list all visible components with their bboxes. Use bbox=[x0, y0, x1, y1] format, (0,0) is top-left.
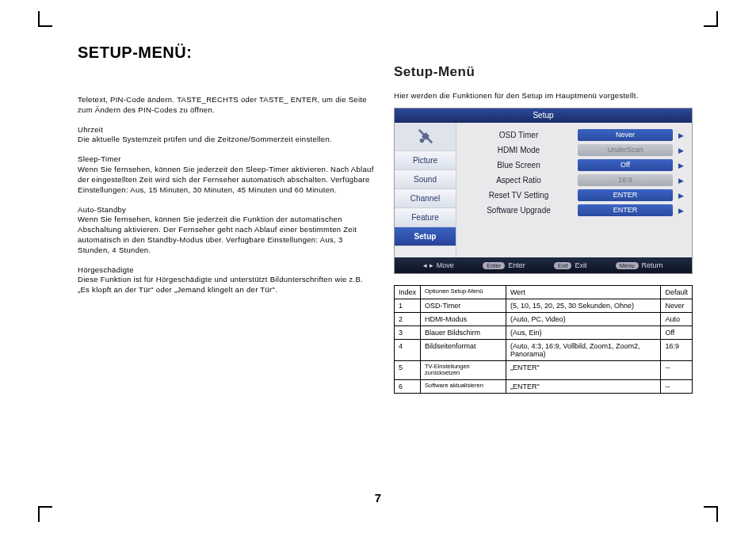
table-row: 6Software aktualisieren„ENTER"-- bbox=[395, 379, 693, 393]
chevron-right-icon: ▶ bbox=[678, 131, 684, 139]
osd-title: Setup bbox=[395, 109, 692, 123]
table-row: 2HDMI-Modus(Auto, PC, Video)Auto bbox=[395, 313, 693, 326]
osd-row-label: Reset TV Setting bbox=[464, 191, 573, 200]
section-title: Setup-Menü bbox=[394, 64, 693, 80]
page-title: SETUP-MENÜ: bbox=[78, 44, 376, 62]
col-index: Index bbox=[395, 286, 421, 299]
cell-value: (5, 10, 15, 20, 25, 30 Sekunden, Ohne) bbox=[506, 299, 660, 313]
cell-index: 2 bbox=[395, 313, 421, 326]
osd-options: OSD TimerNever▶HDMI ModeUnderScan▶Blue S… bbox=[456, 123, 692, 257]
osd-row[interactable]: HDMI ModeUnderScan▶ bbox=[464, 143, 684, 158]
right-column: Setup-Menü Hier werden die Funktionen fü… bbox=[394, 44, 693, 485]
tools-icon bbox=[395, 123, 456, 151]
osd-row-value: ENTER bbox=[578, 189, 673, 201]
page-number: 7 bbox=[0, 491, 756, 504]
section-heading: Auto-Standby bbox=[78, 205, 126, 214]
cell-value: (Auto, PC, Video) bbox=[506, 313, 660, 326]
cell-option: Software aktualisieren bbox=[421, 379, 506, 393]
hint-exit: Exit Exit bbox=[554, 261, 587, 269]
osd-row[interactable]: Aspect Ratio16:9▶ bbox=[464, 173, 684, 188]
body-text: Uhrzeit Die aktuelle Systemzeit prüfen u… bbox=[78, 125, 376, 146]
cell-default: Off bbox=[661, 326, 693, 340]
section-body: Diese Funktion ist für Hörgeschädigte un… bbox=[78, 275, 363, 294]
tab-sound[interactable]: Sound bbox=[395, 170, 456, 189]
cell-default: Auto bbox=[661, 313, 693, 326]
osd-row-label: HDMI Mode bbox=[464, 146, 573, 154]
cell-index: 5 bbox=[395, 361, 421, 380]
osd-row-value: ENTER bbox=[578, 204, 673, 216]
chevron-right-icon: ▶ bbox=[678, 177, 684, 185]
body-text: Hörgeschädigte Diese Funktion ist für Hö… bbox=[78, 265, 376, 295]
osd-screenshot: Setup Picture Sound Channel Feature Setu… bbox=[394, 108, 693, 274]
cell-option: HDMI-Modus bbox=[421, 313, 506, 326]
chevron-right-icon: ▶ bbox=[678, 192, 684, 200]
col-value: Wert bbox=[506, 286, 660, 299]
body-text: Sleep-Timer Wenn Sie fernsehen, können S… bbox=[78, 154, 376, 195]
col-option: Optionen Setup-Menü bbox=[421, 286, 506, 299]
left-column: SETUP-MENÜ: Teletext, PIN-Code ändern. T… bbox=[78, 44, 376, 485]
crop-mark bbox=[24, 11, 46, 33]
osd-row-value: Never bbox=[578, 129, 673, 141]
cell-value: (Auto, 4:3, 16:9, Vollbild, Zoom1, Zoom2… bbox=[506, 340, 660, 361]
osd-row[interactable]: Reset TV SettingENTER▶ bbox=[464, 188, 684, 203]
section-body: Die aktuelle Systemzeit prüfen und die Z… bbox=[78, 135, 332, 143]
crop-mark bbox=[710, 11, 732, 33]
osd-row-value: UnderScan bbox=[578, 144, 673, 156]
tab-channel[interactable]: Channel bbox=[395, 189, 456, 208]
cell-value: „ENTER" bbox=[506, 361, 660, 380]
arrows-icon: ◂ ▸ bbox=[423, 261, 433, 269]
body-text: Auto-Standby Wenn Sie fernsehen, können … bbox=[78, 205, 376, 256]
osd-row[interactable]: Blue ScreenOff▶ bbox=[464, 158, 684, 173]
cell-option: Bildseitenformat bbox=[421, 340, 506, 361]
tab-feature[interactable]: Feature bbox=[395, 208, 456, 227]
cell-option: OSD-Timer bbox=[421, 299, 506, 313]
tab-picture[interactable]: Picture bbox=[395, 151, 456, 170]
chevron-right-icon: ▶ bbox=[678, 147, 684, 154]
cell-index: 6 bbox=[395, 379, 421, 393]
col-default: Default bbox=[661, 286, 693, 299]
section-heading: Hörgeschädigte bbox=[78, 265, 134, 274]
chevron-right-icon: ▶ bbox=[678, 207, 684, 215]
hint-return: Menu Return bbox=[616, 261, 663, 269]
hint-move: ◂ ▸ Move bbox=[423, 261, 454, 269]
cell-default: Never bbox=[661, 299, 693, 313]
cell-index: 1 bbox=[395, 299, 421, 313]
intro-text: Hier werden die Funktionen für den Setup… bbox=[394, 91, 693, 100]
cell-default: -- bbox=[661, 361, 693, 380]
osd-row-label: Blue Screen bbox=[464, 161, 573, 169]
cell-value: (Aus, Ein) bbox=[506, 326, 660, 340]
cell-option: TV-Einstellungen zurücksetzen bbox=[421, 361, 506, 380]
body-text: Teletext, PIN-Code ändern. TASTE_RECHTS … bbox=[78, 95, 376, 116]
table-row: 1OSD-Timer(5, 10, 15, 20, 25, 30 Sekunde… bbox=[395, 299, 693, 313]
osd-row-label: OSD Timer bbox=[464, 131, 573, 139]
options-table: Index Optionen Setup-Menü Wert Default 1… bbox=[394, 285, 693, 394]
osd-row[interactable]: OSD TimerNever▶ bbox=[464, 128, 684, 143]
hint-enter: Enter Enter bbox=[483, 261, 525, 269]
osd-row-value: Off bbox=[578, 159, 673, 171]
osd-row[interactable]: Software UpgradeENTER▶ bbox=[464, 203, 684, 218]
osd-row-label: Aspect Ratio bbox=[464, 176, 573, 185]
section-heading: Sleep-Timer bbox=[78, 154, 121, 163]
cell-default: 16:9 bbox=[661, 340, 693, 361]
chevron-right-icon: ▶ bbox=[678, 162, 684, 169]
table-row: 5TV-Einstellungen zurücksetzen„ENTER"-- bbox=[395, 361, 693, 380]
cell-default: -- bbox=[661, 379, 693, 393]
osd-footer: ◂ ▸ Move Enter Enter Exit Exit Menu Retu… bbox=[395, 257, 692, 273]
osd-sidebar: Picture Sound Channel Feature Setup bbox=[395, 123, 456, 257]
section-body: Wenn Sie fernsehen, können Sie jederzeit… bbox=[78, 215, 357, 253]
cell-index: 3 bbox=[395, 326, 421, 340]
cell-option: Blauer Bildschirm bbox=[421, 326, 506, 340]
section-body: Wenn Sie fernsehen, können Sie jederzeit… bbox=[78, 165, 374, 194]
tab-setup[interactable]: Setup bbox=[395, 227, 456, 246]
table-row: 3Blauer Bildschirm(Aus, Ein)Off bbox=[395, 326, 693, 340]
table-row: 4Bildseitenformat(Auto, 4:3, 16:9, Vollb… bbox=[395, 340, 693, 361]
osd-row-value: 16:9 bbox=[578, 174, 673, 186]
section-heading: Uhrzeit bbox=[78, 125, 103, 134]
cell-index: 4 bbox=[395, 340, 421, 361]
svg-point-0 bbox=[419, 138, 424, 143]
cell-value: „ENTER" bbox=[506, 379, 660, 393]
osd-row-label: Software Upgrade bbox=[464, 206, 573, 215]
